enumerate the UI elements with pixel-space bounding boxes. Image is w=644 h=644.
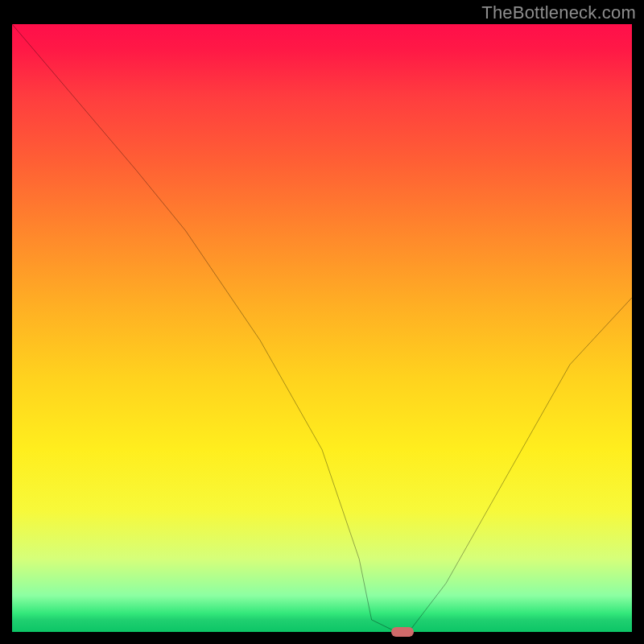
watermark-label: TheBottleneck.com [481, 2, 636, 23]
bottleneck-curve [12, 24, 632, 632]
plot-area [12, 24, 632, 632]
bottleneck-chart: TheBottleneck.com [0, 0, 644, 644]
curve-path [12, 24, 632, 632]
